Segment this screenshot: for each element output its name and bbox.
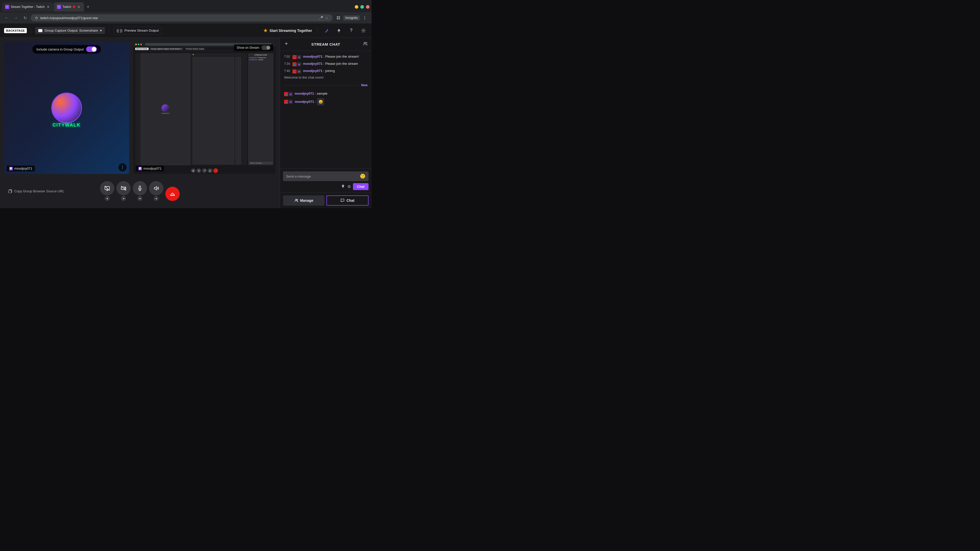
show-on-stream-toggle[interactable] [261, 45, 270, 50]
new-tab-button[interactable]: + [84, 3, 92, 11]
capture-output-button[interactable]: Group Capture Output: Screenshare ▾ [35, 27, 105, 34]
mini-stage-left: moodjoy071 [135, 53, 247, 165]
msg5-emoji: 😄 [317, 98, 324, 105]
tab-stream-together[interactable]: T Stream Together - Twitch ✕ [2, 2, 53, 11]
emoji-picker-button[interactable]: 🙂 [360, 173, 366, 179]
show-on-stream-badge: Show on Stream [234, 44, 273, 51]
broadcaster-badge1: 📺 [293, 55, 297, 59]
settings-chat-button[interactable]: ⚙ [347, 184, 351, 189]
forward-button[interactable]: → [12, 14, 19, 21]
volume-down-arrow[interactable]: ▾ [154, 196, 159, 201]
sub-badge2 [297, 62, 301, 66]
wand-icon-button[interactable] [323, 27, 331, 35]
menu-button[interactable] [361, 14, 369, 22]
camera-bg: Include camera in Group Output [4, 42, 129, 174]
window-maximize[interactable] [360, 5, 364, 9]
start-streaming-label: Start Streaming Together [269, 29, 312, 33]
svg-point-12 [363, 30, 364, 31]
extensions-button[interactable] [334, 14, 342, 22]
chat-collapse-button[interactable] [284, 41, 289, 47]
hangup-button[interactable] [165, 187, 180, 201]
mini-preview: Preview Stream Output [184, 48, 206, 50]
chat-send-button[interactable]: Chat [353, 183, 369, 190]
bits-icon-button[interactable] [341, 184, 345, 189]
chat-input-area: Send a message 🙂 ⚙ Chat [280, 168, 372, 192]
svg-rect-13 [11, 168, 11, 168]
volume-button[interactable] [149, 181, 163, 195]
start-streaming-button[interactable]: ★ Start Streaming Together [263, 28, 312, 33]
tab1-close[interactable]: ✕ [46, 4, 50, 10]
mini-username-cam: moodjoy071 [161, 113, 170, 114]
camera-card: Include camera in Group Output [4, 42, 129, 174]
chat-bubble-icon [340, 198, 345, 203]
manage-button[interactable]: Manage [283, 195, 325, 206]
sub-badge5 [289, 100, 293, 104]
back-button[interactable]: ← [3, 14, 10, 21]
msg1-time: 7:02 [284, 55, 290, 59]
mini-ctrl3: 🎤 [202, 168, 207, 173]
mini-chat-title: STREAM CHAT [249, 54, 272, 56]
msg2-badge: 📺 [293, 62, 301, 66]
incognito-indicator: Incognito [343, 15, 360, 21]
broadcaster-badge4: 📺 [284, 92, 288, 96]
preview-stream-button[interactable]: ((·)) Preview Stream Output [113, 27, 162, 35]
tab2-favicon: T [57, 5, 61, 9]
url-text: twitch.tv/popout/moodjoy071/guest-star [40, 16, 98, 20]
camera-down-arrow[interactable]: ▾ [121, 196, 126, 201]
tab2-close[interactable]: ✕ [77, 4, 81, 10]
include-camera-toggle[interactable] [86, 46, 97, 52]
toolbar-divider2 [109, 27, 109, 34]
msg1-username: moodjoy071 [303, 55, 323, 59]
address-bar[interactable]: twitch.tv/popout/moodjoy071/guest-star 🎤… [30, 14, 332, 21]
new-badge: New [361, 83, 368, 87]
help-icon-button[interactable]: ? [347, 27, 355, 35]
star-icon[interactable]: ☆ [325, 16, 328, 20]
top-toolbar: BACKSTAGE Group Capture Output: Screensh… [0, 24, 372, 38]
chat-users-button[interactable] [363, 41, 368, 47]
msg1-text: : Please join the stream! [323, 55, 359, 59]
toggle-small-knob [266, 46, 270, 49]
msg3-text: : joining [323, 69, 335, 73]
sub-badge3 [297, 69, 301, 73]
msg2-time: 7:34 [284, 62, 290, 65]
copy-url-button[interactable]: Copy Group Browser Source URL [8, 189, 64, 193]
svg-rect-16 [140, 168, 141, 168]
mini-stage: moodjoy071 [133, 51, 275, 167]
screen-username-text: moodjoy071 [143, 167, 162, 170]
hangup-icon [170, 191, 175, 197]
tab1-favicon: T [5, 5, 9, 9]
msg3-username: moodjoy071 [303, 69, 323, 73]
mic-down-arrow[interactable]: ▾ [137, 196, 142, 201]
mini-ctrl5: 📞 [213, 168, 218, 173]
mini-nested-stage [192, 57, 234, 165]
mini-ctrl2: ⊡ [197, 168, 201, 173]
chat-messages: 7:02 📺 moodjoy071 : Please join the stre… [280, 51, 372, 168]
reload-button[interactable]: ↻ [21, 14, 29, 21]
tab-twitch[interactable]: T Twitch ✕ [54, 2, 84, 11]
screen-down-arrow[interactable]: ▾ [105, 196, 110, 201]
bottom-controls: Copy Group Browser Source URL ▾ [4, 178, 275, 204]
screen-off-button[interactable] [100, 181, 115, 195]
mic-icon[interactable]: 🎤 [319, 16, 323, 20]
stage-row: Include camera in Group Output [4, 42, 275, 174]
chat-tab-label: Chat [347, 198, 355, 203]
manage-label: Manage [300, 198, 313, 203]
chat-input[interactable]: Send a message [286, 175, 358, 178]
preview-icon: ((·)) [117, 29, 123, 33]
citywalk-overlay: CITYWALK [52, 122, 81, 128]
window-minimize[interactable] [355, 5, 358, 9]
settings-icon-button[interactable] [360, 27, 368, 35]
chat-tab-button[interactable]: Chat [326, 195, 369, 206]
camera-more-button[interactable]: ⋮ [118, 163, 127, 171]
window-close[interactable] [366, 5, 369, 9]
camera-off-button[interactable] [116, 181, 130, 195]
chat-input-box[interactable]: Send a message 🙂 [283, 171, 369, 181]
toolbar-divider1 [31, 27, 31, 34]
mic-button[interactable] [133, 181, 147, 195]
msg4-badge: 📺 [284, 92, 293, 96]
msg3-time: 7:40 [284, 69, 290, 73]
copy-url-label: Copy Group Browser Source URL [14, 189, 64, 193]
new-messages-divider: New [284, 83, 368, 87]
alert-icon-button[interactable] [335, 27, 343, 35]
screenshare-frame: Show on Stream [133, 42, 275, 174]
